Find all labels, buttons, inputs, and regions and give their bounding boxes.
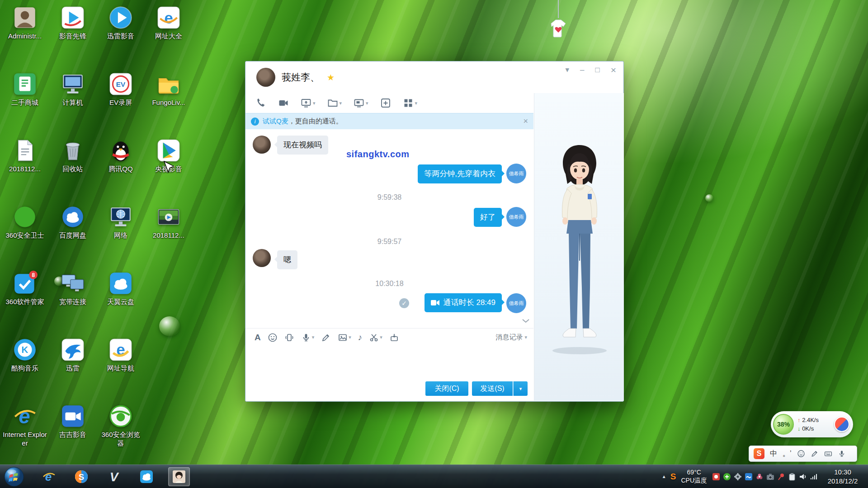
incoming-avatar[interactable] — [253, 249, 271, 267]
music-share-button[interactable]: ♪ — [358, 333, 363, 343]
dropdown-caret-icon[interactable]: ▾ — [312, 334, 315, 340]
message-history-button[interactable]: 消息记录▾ — [495, 333, 527, 342]
desktop-icon-tencent-qq[interactable]: 腾讯QQ — [97, 136, 145, 203]
desktop-icon-xunlei[interactable]: 迅雷 — [49, 336, 97, 402]
desktop-icon-cctv-player[interactable]: 央视影音 — [145, 136, 193, 203]
video-call-button[interactable] — [278, 98, 289, 108]
desktop-icon-jiji-player[interactable]: 吉吉影音 — [49, 402, 97, 469]
desktop-icon-video-2018112[interactable]: 2018112... — [145, 203, 193, 269]
send-button[interactable]: 发送(S) — [472, 381, 513, 396]
emoji-button[interactable] — [268, 333, 278, 343]
message-input-area[interactable] — [245, 346, 533, 378]
dropdown-caret-icon[interactable]: ▾ — [366, 100, 368, 106]
voice-message-button[interactable]: ▾ — [301, 333, 315, 343]
dropdown-caret-icon[interactable]: ▾ — [340, 100, 342, 106]
taskbar-sogou-button[interactable]: S — [71, 467, 92, 486]
outgoing-avatar[interactable]: 借希雨 — [506, 207, 526, 227]
screen-share-button[interactable]: ▾ — [301, 98, 316, 108]
desktop-icon-ershou-shangcheng[interactable]: 二手商城 — [1, 70, 49, 136]
screenshot-button[interactable]: ▾ — [369, 333, 382, 343]
memory-percent-ball[interactable]: 38% — [773, 414, 794, 435]
ime-mic-icon[interactable] — [838, 450, 846, 458]
taskbar-chat-window-button[interactable] — [168, 467, 190, 486]
dropdown-caret-icon[interactable]: ▾ — [380, 334, 382, 340]
desktop-icon-360-safe[interactable]: 360安全卫士 — [1, 203, 49, 269]
ime-punctuation-toggle[interactable]: 。’ — [783, 449, 792, 459]
taskbar-clock[interactable]: 10:30 2018/12/2 — [822, 468, 863, 485]
ime-pen-icon[interactable] — [811, 450, 819, 458]
tray-volume-icon[interactable] — [799, 473, 807, 481]
call-record-bubble[interactable]: 通话时长 28:49 — [425, 293, 502, 312]
desktop-icon-url-collection[interactable]: e 网址大全 — [145, 4, 193, 70]
desktop-icon-baidu-pan[interactable]: 百度网盘 — [49, 203, 97, 269]
taskbar-vegas-button[interactable]: V — [103, 467, 125, 486]
dropdown-caret-icon[interactable]: ▾ — [313, 100, 316, 106]
tray-screenshot-camera-icon[interactable] — [766, 473, 774, 481]
start-button[interactable] — [4, 466, 24, 487]
tray-health-plus-icon[interactable] — [723, 473, 731, 481]
outgoing-avatar[interactable]: 借希雨 — [506, 293, 526, 313]
desktop-icon-xunlei-player[interactable]: 迅雷影音 — [97, 4, 145, 70]
message-box-button[interactable] — [389, 333, 399, 343]
dropdown-caret-icon[interactable]: ▾ — [349, 334, 351, 340]
scroll-to-bottom-icon[interactable] — [522, 317, 530, 325]
ime-language-toggle[interactable]: 中 — [770, 449, 777, 459]
desktop-icon-ev-recorder[interactable]: EV EV录屏 — [97, 70, 145, 136]
desktop-icon-administrator[interactable]: Administr... — [1, 4, 49, 70]
tray-blue-app-icon[interactable] — [745, 473, 753, 481]
create-session-button[interactable] — [380, 98, 391, 108]
taskbar-ie-button[interactable]: e — [38, 467, 60, 486]
notice-close-icon[interactable]: × — [523, 117, 528, 126]
tray-network-icon[interactable] — [810, 473, 818, 481]
send-image-button[interactable]: ▾ — [338, 333, 351, 343]
desktop-icon-360-browser[interactable]: 360安全浏览器 — [97, 402, 145, 469]
close-chat-button[interactable]: 关闭(C) — [425, 381, 468, 396]
window-shake-button[interactable] — [284, 333, 294, 343]
boost-ball-icon[interactable] — [834, 417, 849, 432]
desktop-icon-network[interactable]: 网络 — [97, 203, 145, 269]
tray-flower-icon[interactable] — [755, 473, 764, 481]
apps-button[interactable]: ▾ — [403, 98, 418, 108]
taskbar-cloud-button[interactable] — [136, 467, 157, 486]
dropdown-caret-icon[interactable]: ▾ — [415, 100, 418, 106]
tray-clipboard-icon[interactable] — [788, 473, 796, 481]
desktop-icon-recycle-bin[interactable]: 回收站 — [49, 136, 97, 203]
voice-call-button[interactable] — [255, 98, 266, 108]
desktop-icon-url-navigator[interactable]: e 网址导航 — [97, 336, 145, 402]
desktop-icon-broadband[interactable]: 宽带连接 — [49, 269, 97, 336]
tray-sogou-icon[interactable]: S — [670, 472, 676, 482]
file-transfer-button[interactable]: ▾ — [327, 98, 342, 108]
desktop-icon-internet-explorer[interactable]: e Internet Explorer — [1, 402, 49, 469]
close-icon[interactable]: × — [611, 65, 616, 75]
tray-pin-icon[interactable] — [777, 473, 785, 481]
vip-star-icon[interactable]: ★ — [327, 72, 335, 83]
font-style-button[interactable]: A — [255, 333, 261, 343]
incoming-avatar[interactable] — [253, 136, 271, 154]
network-monitor-widget[interactable]: 38% ↑ 2.4K/s ↓ 0K/s — [771, 411, 853, 437]
qmic-try-link[interactable]: 试试Q麦 — [263, 117, 288, 126]
url-collection-icon: e — [156, 5, 182, 31]
window-menu-icon[interactable]: ▾ — [565, 66, 569, 74]
minimize-icon[interactable]: – — [580, 66, 584, 74]
maximize-icon[interactable]: □ — [595, 66, 599, 74]
desktop-icon-yingyin-xianfeng[interactable]: 影音先锋 — [49, 4, 97, 70]
tray-settings-gear-icon[interactable] — [734, 473, 742, 481]
sogou-ime-bar[interactable]: S 中 。’ — [749, 446, 857, 462]
desktop-icon-360-manager[interactable]: 8 360软件管家 — [1, 269, 49, 336]
sogou-logo-icon[interactable]: S — [754, 448, 764, 459]
remote-desktop-button[interactable]: ▾ — [354, 98, 368, 108]
tray-media-icon[interactable] — [712, 473, 720, 481]
send-options-caret[interactable]: ▾ — [513, 381, 528, 396]
desktop-icon-tianyi-cloud[interactable]: 天翼云盘 — [97, 269, 145, 336]
desktop-icon-fungolive[interactable]: FungoLiv... — [145, 70, 193, 136]
message-list[interactable]: 现在视频吗 sifangktv.com 等两分钟,先穿着内衣 借希雨 9:59:… — [245, 129, 533, 328]
outgoing-avatar[interactable]: 借希雨 — [506, 164, 526, 183]
ime-emoji-icon[interactable] — [797, 450, 805, 458]
show-hidden-icons-button[interactable]: ▲ — [662, 474, 666, 479]
doodle-button[interactable] — [321, 333, 331, 343]
ime-keyboard-icon[interactable] — [824, 450, 832, 458]
desktop-icon-kugou-music[interactable]: K 酷狗音乐 — [1, 336, 49, 402]
peer-avatar[interactable] — [256, 68, 275, 87]
desktop-icon-computer[interactable]: 计算机 — [49, 70, 97, 136]
desktop-icon-document-2018112[interactable]: 2018112... — [1, 136, 49, 203]
